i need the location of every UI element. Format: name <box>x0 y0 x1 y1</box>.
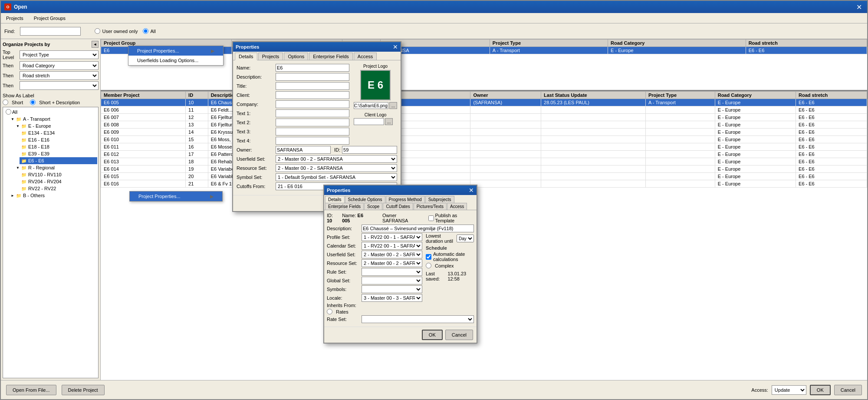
tree-item-e16[interactable]: 📁 E16 - E16 <box>20 136 97 143</box>
tree-item-rv110[interactable]: 📁 RV110 - RV110 <box>20 171 97 178</box>
dialog2-tab-enterprise[interactable]: Enterprise Fields <box>325 203 364 210</box>
userfield-select[interactable]: 2 - Master 00 - 2 - SAFRANSA <box>276 155 397 163</box>
locale-select[interactable]: 3 - Master 00 - 3 - SAFRANSA <box>362 294 422 302</box>
rates-radio[interactable] <box>327 309 332 314</box>
find-input[interactable] <box>20 27 81 36</box>
tree-item-rv22[interactable]: 📁 RV22 - RV22 <box>20 185 97 192</box>
tree-item-a-transport[interactable]: ▼ 📁 A - Transport <box>9 116 97 122</box>
dialog1-tab-details[interactable]: Details <box>235 53 257 60</box>
title-input[interactable] <box>276 82 349 90</box>
tree-item-e18[interactable]: 📁 E18 - E18 <box>20 143 97 150</box>
symbols-select[interactable] <box>362 285 422 293</box>
radio-user-owned[interactable]: User owned only <box>95 28 138 34</box>
dialog2-desc-input[interactable] <box>362 225 474 232</box>
short-radio[interactable] <box>3 99 8 105</box>
tree-item-b-others[interactable]: ► 📁 B - Others <box>9 192 97 199</box>
dialog1-tab-enterprise[interactable]: Enterprise Fields <box>309 53 353 60</box>
table-row[interactable]: E6 00510E6 Chaussé – Svinesund vegmiljø … <box>101 99 867 106</box>
text2-input[interactable] <box>276 119 349 126</box>
dialog2-tab-subprojects[interactable]: Subprojects <box>425 196 454 203</box>
table-row[interactable]: E6 01217E6 Patterod, rampe fra sor, krys… <box>101 151 867 158</box>
col-project-type2[interactable]: Project Type <box>645 92 715 99</box>
col-project-type[interactable]: Project Type <box>490 40 608 47</box>
col-id2[interactable]: ID <box>186 92 208 99</box>
dialog2-tab-pictures[interactable]: Pictures/Texts <box>414 203 447 210</box>
dialog2-tab-access[interactable]: Access <box>447 203 467 210</box>
access-select[interactable]: Update Read <box>772 385 806 395</box>
col-member-project[interactable]: Member Project <box>101 92 186 99</box>
col-road-category[interactable]: Road Category <box>608 40 746 47</box>
dialog2-cancel-button[interactable]: Cancel <box>445 330 473 340</box>
collapse-button[interactable]: ◄ <box>92 41 99 48</box>
table-row[interactable]: E6 00813E6 Fjelltunnel... (Fv311)E - Eur… <box>101 121 867 129</box>
col-road-stretch[interactable]: Road stretch <box>746 40 867 47</box>
client-logo-path[interactable] <box>354 118 384 125</box>
cancel-button[interactable]: Cancel <box>834 385 862 395</box>
company-input[interactable] <box>276 100 349 108</box>
name-input[interactable] <box>276 64 349 72</box>
tree-item-r-regional[interactable]: ▼ 📁 R - Regional <box>14 164 97 171</box>
ok-button[interactable]: OK <box>810 385 831 395</box>
delete-project-button[interactable]: Delete Project <box>62 385 105 395</box>
dialog2-resource-select[interactable]: 2 - Master 00 - 2 - SAFRANSA <box>362 259 422 267</box>
table-row[interactable]: E6 01621E6 & Fv 152 GSV Stenfeldt - Grev… <box>101 180 867 188</box>
dialog2-tab-cutoff[interactable]: Cutoff Dates <box>383 203 413 210</box>
then2-select[interactable]: Road stretch <box>20 71 99 80</box>
rule-set-select[interactable] <box>362 268 422 276</box>
text1-input[interactable] <box>276 109 349 117</box>
owner-input[interactable] <box>276 146 331 154</box>
tree-item-rv204[interactable]: 📁 RV204 - RV204 <box>20 178 97 185</box>
dialog1-tab-options[interactable]: Options <box>284 53 308 60</box>
complex-radio[interactable] <box>426 263 431 268</box>
context-menu2-item-project-properties[interactable]: Project Properties... ▶ <box>130 192 222 201</box>
menu-projects[interactable]: Projects <box>4 15 25 22</box>
dialog2-tab-schedule[interactable]: Schedule Options <box>345 196 385 203</box>
table-row[interactable]: E6 01015E6 Moss, Mellos alternativ til E… <box>101 136 867 143</box>
dialog2-userfield-select[interactable]: 2 - Master 00 - 2 - SAFRANSA <box>362 251 422 258</box>
dialog2-close-button[interactable]: ✕ <box>469 187 474 194</box>
table-row[interactable]: E6 01116E6 Mosseporten (Patterod), oppgr… <box>101 143 867 151</box>
publish-template-check[interactable] <box>428 215 434 221</box>
profile-set-select[interactable]: 1 - RV22 00 - 1 - SAFRANSA <box>362 233 422 241</box>
auto-date-check[interactable] <box>426 254 431 260</box>
dialog2-ok-button[interactable]: OK <box>422 330 443 340</box>
calendar-set-select[interactable]: 1 - RV22 00 - 1 - SAFRANSA <box>362 242 422 250</box>
global-set-select[interactable] <box>362 277 422 284</box>
dialog1-tab-access[interactable]: Access <box>354 53 377 60</box>
tree-item-e-europe[interactable]: ▼ 📁 E - Europe <box>14 122 97 129</box>
symbol-select[interactable]: 1 - Default Symbol Set - SAFRANSA <box>276 173 397 181</box>
short-desc-radio[interactable] <box>30 99 36 105</box>
client-logo-browse[interactable]: ... <box>385 118 393 125</box>
logo-path-input[interactable] <box>354 102 388 109</box>
open-from-file-button[interactable]: Open From File... <box>6 385 56 395</box>
context-menu-item-project-properties[interactable]: Project Properties... ▶ <box>128 46 223 56</box>
client-input[interactable] <box>276 91 349 99</box>
dialog1-tab-projects[interactable]: Projects <box>258 53 283 60</box>
tree-item-e134[interactable]: 📁 E134 - E134 <box>20 129 97 136</box>
dialog2-tab-scope[interactable]: Scope <box>364 203 382 210</box>
col-road-stretch2[interactable]: Road stretch <box>796 92 867 99</box>
desc-input[interactable] <box>276 73 349 81</box>
dialog2-tab-progress[interactable]: Progress Method <box>386 196 425 203</box>
tree-item-e6[interactable]: 📁 E6 - E6 <box>20 157 97 164</box>
duration-unit-select[interactable]: Days <box>457 235 474 242</box>
resource-select[interactable]: 2 - Master 00 - 2 - SAFRANSA <box>276 164 397 172</box>
then1-select[interactable]: Road Category <box>20 61 99 70</box>
dialog2-tab-details[interactable]: Details <box>325 196 345 203</box>
col-road-category2[interactable]: Road Category <box>715 92 796 99</box>
dialog1-close-button[interactable]: ✕ <box>393 43 398 50</box>
window-close-button[interactable]: ✕ <box>855 3 864 11</box>
context-menu-item-userfields[interactable]: Userfields Loading Options... <box>128 56 223 65</box>
logo-browse-button[interactable]: ... <box>389 102 397 109</box>
top-level-select[interactable]: Project Type <box>20 50 99 59</box>
id-input[interactable] <box>342 146 397 154</box>
text4-input[interactable] <box>276 137 349 145</box>
table-row[interactable]: E6 01419E6 Variabel infotavle Klemetsrud… <box>101 165 867 173</box>
col-last-status[interactable]: Last Status Update <box>541 92 646 99</box>
menu-project-groups[interactable]: Project Groups <box>32 15 67 22</box>
table-row[interactable]: E6 00914E6 Kryssutbedring Arvoll begge r… <box>101 129 867 136</box>
then3-select[interactable] <box>20 81 99 90</box>
table-row[interactable]: E6 01318E6 Rehabilitering av RyenloketE … <box>101 158 867 165</box>
table-row[interactable]: E6 00611E6 Feldt...E - EuropeE6 - E6 <box>101 106 867 114</box>
table-row[interactable]: E6 00712E6 Fjelltunnel på TaraldrudE - E… <box>101 114 867 121</box>
